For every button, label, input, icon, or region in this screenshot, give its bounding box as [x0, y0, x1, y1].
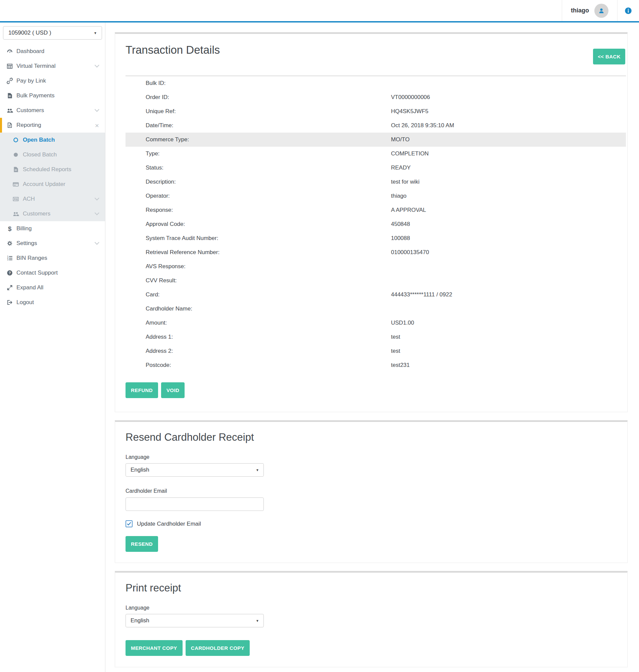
dollar-icon: $ [6, 225, 13, 232]
chevron-down-icon [95, 63, 99, 67]
sidebar-item-label: Billing [16, 225, 32, 232]
sidebar-item-bulk-payments[interactable]: Bulk Payments [0, 88, 105, 103]
gear-icon [6, 240, 13, 247]
detail-value: Oct 26, 2018 9:35:10 AM [391, 122, 454, 129]
void-button[interactable]: VOID [161, 382, 185, 398]
update-email-checkbox[interactable] [125, 520, 133, 527]
sidebar-item-logout[interactable]: Logout [0, 295, 105, 310]
dashboard-icon [6, 48, 13, 55]
detail-row: System Trace Audit Number:100088 [125, 231, 626, 245]
detail-label: Commerce Type: [146, 136, 189, 143]
main-content: Transaction Details << BACK Bulk ID: Ord… [115, 32, 627, 667]
print-language-select[interactable]: English ▼ [125, 614, 264, 627]
detail-value: test for wiki [391, 178, 420, 185]
circle-filled-icon [12, 151, 19, 158]
sidebar-item-customers[interactable]: Customers [0, 103, 105, 118]
detail-row: Type:COMPLETION [125, 147, 626, 161]
detail-row: Status:READY [125, 161, 626, 175]
detail-value: HQ4SK5JWF5 [391, 108, 428, 115]
section-title: Resend Cardholder Receipt [115, 422, 627, 444]
detail-label: Approval Code: [146, 221, 185, 228]
detail-value: test [391, 348, 400, 355]
update-email-checkbox-label: Update Cardholder Email [137, 521, 201, 527]
sidebar-item-open-batch[interactable]: Open Batch [0, 132, 105, 147]
sidebar-item-ach[interactable]: ACH [0, 192, 105, 206]
detail-label: Address 2: [146, 348, 173, 355]
detail-value: VT0000000006 [391, 94, 430, 101]
update-email-checkbox-row[interactable]: Update Cardholder Email [125, 520, 627, 527]
close-icon[interactable]: × [95, 122, 99, 129]
detail-row: Bulk ID: [125, 76, 626, 90]
back-button[interactable]: << BACK [593, 49, 625, 64]
username: thiago [571, 7, 589, 14]
avatar[interactable] [594, 4, 608, 18]
detail-row: Postcode:test231 [125, 358, 626, 372]
sidebar-item-scheduled-reports[interactable]: Scheduled Reports [0, 162, 105, 177]
detail-label: Cardholder Name: [146, 306, 192, 312]
document-icon [6, 92, 13, 99]
users-icon [6, 107, 13, 114]
user-menu[interactable]: thiago [562, 0, 617, 21]
info-icon [625, 7, 632, 14]
sidebar-item-expand-all[interactable]: Expand All [0, 280, 105, 295]
detail-row: Order ID:VT0000000006 [125, 90, 626, 104]
caret-down-icon: ▼ [94, 31, 97, 35]
sidebar-item-pay-by-link[interactable]: Pay by Link [0, 74, 105, 88]
users-icon [12, 210, 19, 217]
sidebar-item-closed-batch[interactable]: Closed Batch [0, 147, 105, 162]
detail-value: READY [391, 165, 411, 171]
page-title: Transaction Details [115, 34, 627, 57]
detail-label: Operator: [146, 193, 170, 199]
sidebar-item-label: Bulk Payments [16, 92, 54, 99]
sidebar-item-virtual-terminal[interactable]: Virtual Terminal [0, 59, 105, 74]
document-icon [12, 166, 19, 173]
cardholder-copy-button[interactable]: CARDHOLDER COPY [186, 640, 250, 656]
detail-row: Address 2:test [125, 344, 626, 358]
detail-label: Date/Time: [146, 122, 173, 129]
language-select[interactable]: English ▼ [125, 463, 264, 476]
detail-label: Bulk ID: [146, 80, 166, 87]
detail-label: Status: [146, 165, 163, 171]
detail-row: Response:A APPROVAL [125, 203, 626, 217]
sidebar-item-label: Contact Support [16, 269, 58, 276]
sidebar-item-label: Customers [16, 107, 44, 114]
detail-label: Description: [146, 178, 176, 185]
sidebar-item-label: Open Batch [23, 137, 55, 143]
detail-label: Card: [146, 291, 160, 298]
caret-down-icon: ▼ [256, 468, 259, 472]
language-label: Language [115, 444, 627, 460]
svg-text:3: 3 [7, 259, 9, 261]
sidebar-item-billing[interactable]: $ Billing [0, 221, 105, 236]
user-icon [598, 7, 605, 14]
sidebar-item-dashboard[interactable]: Dashboard [0, 44, 105, 59]
report-document-icon [6, 122, 13, 128]
refund-button[interactable]: REFUND [125, 382, 158, 398]
sidebar-item-label: Logout [16, 299, 34, 306]
detail-value: 010000135470 [391, 249, 429, 256]
language-label: Language [115, 595, 627, 611]
sidebar-item-label: Settings [16, 240, 37, 247]
merchant-copy-button[interactable]: MERCHANT COPY [125, 640, 183, 656]
detail-value: 444433******1111 / 0922 [391, 291, 452, 298]
transaction-detail-list: Bulk ID: Order ID:VT0000000006 Unique Re… [115, 76, 627, 372]
resend-button[interactable]: RESEND [125, 536, 158, 552]
detail-value: 450848 [391, 221, 410, 228]
chevron-down-icon [95, 107, 99, 112]
detail-value: test231 [391, 362, 410, 369]
sidebar-item-bin-ranges[interactable]: 123 BIN Ranges [0, 251, 105, 266]
sidebar-item-account-updater[interactable]: Account Updater [0, 177, 105, 192]
sidebar-item-contact-support[interactable]: ? Contact Support [0, 266, 105, 280]
sidebar-item-label: Pay by Link [16, 78, 46, 84]
sidebar-item-label: Virtual Terminal [16, 63, 56, 69]
info-button[interactable] [618, 0, 639, 21]
detail-label: Order ID: [146, 94, 169, 101]
sidebar-item-label: Expand All [16, 284, 43, 291]
sidebar-item-customers-sub[interactable]: Customers [0, 206, 105, 221]
caret-down-icon: ▼ [256, 619, 259, 623]
detail-label: Address 1: [146, 334, 173, 340]
account-selector[interactable]: 1059002 ( USD ) ▼ [3, 26, 102, 40]
cardholder-email-input[interactable] [125, 498, 264, 511]
sidebar-item-settings[interactable]: Settings [0, 236, 105, 251]
sidebar-item-reporting[interactable]: Reporting × [0, 118, 105, 132]
detail-value: A APPROVAL [391, 207, 426, 214]
